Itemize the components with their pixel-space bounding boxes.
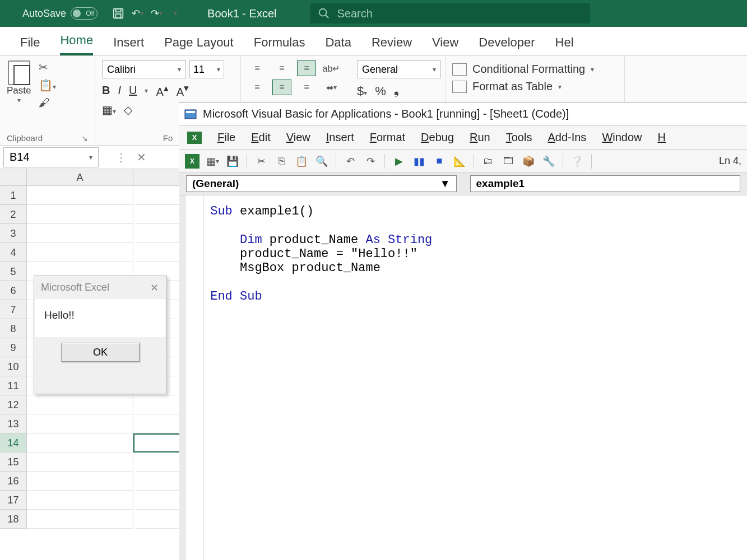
align-left-icon[interactable]: ≡ xyxy=(248,80,267,95)
project-explorer-icon[interactable]: 🗂 xyxy=(481,154,495,169)
ok-button[interactable]: OK xyxy=(61,343,140,362)
design-mode-icon[interactable]: 📐 xyxy=(452,154,467,169)
cell[interactable] xyxy=(136,205,184,224)
cell[interactable] xyxy=(136,243,184,262)
vba-menu-add-ins[interactable]: Add-Ins xyxy=(548,131,586,144)
row-header[interactable]: 13 xyxy=(0,414,27,433)
tab-hel[interactable]: Hel xyxy=(555,35,574,55)
cell[interactable] xyxy=(136,395,184,414)
paste-button[interactable]: Paste ▾ xyxy=(7,60,31,109)
row-header[interactable]: 18 xyxy=(0,510,27,529)
row-header[interactable]: 16 xyxy=(0,472,27,491)
vba-menu-window[interactable]: Window xyxy=(602,131,642,144)
merge-icon[interactable]: ⬌▾ xyxy=(322,80,341,95)
cell[interactable] xyxy=(136,224,184,243)
wrap-text-icon[interactable]: ab↵ xyxy=(322,60,341,76)
number-format-select[interactable]: General▾ xyxy=(357,60,441,78)
cell[interactable] xyxy=(27,452,133,472)
excel-icon[interactable]: X xyxy=(187,132,202,144)
decrease-font-icon[interactable]: A▾ xyxy=(177,83,189,99)
format-painter-icon[interactable]: 🖌 xyxy=(39,96,56,109)
tab-file[interactable]: File xyxy=(20,35,40,55)
cell[interactable] xyxy=(136,491,184,510)
tab-formulas[interactable]: Formulas xyxy=(254,35,305,55)
vba-menu-view[interactable]: View xyxy=(286,131,310,144)
row-header[interactable]: 6 xyxy=(0,281,27,300)
cell[interactable] xyxy=(27,186,133,205)
select-all-corner[interactable] xyxy=(0,169,27,185)
view-excel-icon[interactable]: X xyxy=(185,154,199,169)
run-icon[interactable]: ▶ xyxy=(392,154,406,169)
row-header[interactable]: 5 xyxy=(0,262,27,281)
vba-menu-insert[interactable]: Insert xyxy=(326,131,354,144)
cell[interactable] xyxy=(27,491,133,510)
cell[interactable] xyxy=(27,243,133,262)
find-icon[interactable]: 🔍 xyxy=(314,154,329,169)
comma-icon[interactable]: ❟ xyxy=(394,84,399,99)
tab-home[interactable]: Home xyxy=(60,33,93,55)
tab-developer[interactable]: Developer xyxy=(479,35,535,55)
column-header[interactable]: A xyxy=(27,169,133,186)
underline-button[interactable]: U xyxy=(129,84,137,97)
font-size-select[interactable]: 11▾ xyxy=(189,60,224,78)
procedure-dropdown[interactable]: example1 xyxy=(470,175,741,192)
cell[interactable] xyxy=(27,414,133,433)
align-bottom-icon[interactable]: ≡ xyxy=(297,60,316,76)
fill-color-icon[interactable]: ◇ xyxy=(124,103,132,116)
copy-icon[interactable]: ⎘ xyxy=(274,154,289,169)
row-header[interactable]: 14 xyxy=(0,433,27,452)
cell[interactable] xyxy=(136,414,184,433)
copy-icon[interactable]: 📋▾ xyxy=(39,78,56,92)
fx-options-icon[interactable]: ⋮ xyxy=(115,151,127,164)
row-header[interactable]: 4 xyxy=(0,243,27,262)
autosave-toggle[interactable]: AutoSave Off xyxy=(22,7,98,20)
qat-customize-icon[interactable]: ▾ xyxy=(166,4,185,23)
reset-icon[interactable]: ■ xyxy=(432,154,447,169)
tab-review[interactable]: Review xyxy=(372,35,412,55)
cut-icon[interactable]: ✂ xyxy=(39,60,56,74)
row-header[interactable]: 17 xyxy=(0,491,27,510)
close-icon[interactable]: ✕ xyxy=(149,282,160,293)
autosave-switch[interactable]: Off xyxy=(71,7,98,20)
align-top-icon[interactable]: ≡ xyxy=(248,60,267,76)
object-browser-icon[interactable]: 📦 xyxy=(521,154,536,169)
cell[interactable] xyxy=(27,395,133,414)
vba-menu-h[interactable]: H xyxy=(658,131,666,144)
code-editor[interactable]: Sub example1() Dim product_Name As Strin… xyxy=(179,195,747,560)
redo-icon[interactable]: ↷ xyxy=(363,154,378,169)
help-icon[interactable]: ❔ xyxy=(570,154,584,169)
paste-icon[interactable]: 📋 xyxy=(294,154,309,169)
row-header[interactable]: 1 xyxy=(0,186,27,205)
row-header[interactable]: 12 xyxy=(0,395,27,414)
object-dropdown[interactable]: (General)▼ xyxy=(186,175,457,192)
currency-icon[interactable]: $▾ xyxy=(357,84,367,99)
name-box[interactable]: B14▾ xyxy=(3,147,99,167)
vba-menu-tools[interactable]: Tools xyxy=(506,131,532,144)
vba-menu-file[interactable]: File xyxy=(217,131,235,144)
properties-icon[interactable]: 🗔 xyxy=(501,154,516,169)
row-header[interactable]: 10 xyxy=(0,357,27,376)
percent-icon[interactable]: % xyxy=(375,84,386,99)
row-header[interactable]: 8 xyxy=(0,319,27,338)
vba-menu-debug[interactable]: Debug xyxy=(421,131,454,144)
undo-icon[interactable]: ↶ xyxy=(343,154,358,169)
align-middle-icon[interactable]: ≡ xyxy=(272,60,291,76)
bold-button[interactable]: B xyxy=(102,84,110,97)
break-icon[interactable]: ▮▮ xyxy=(412,154,426,169)
italic-button[interactable]: I xyxy=(118,84,121,97)
cell[interactable] xyxy=(136,472,184,491)
cell[interactable] xyxy=(27,510,133,529)
vba-title-bar[interactable]: Microsoft Visual Basic for Applications … xyxy=(179,102,747,126)
vba-menu-format[interactable]: Format xyxy=(370,131,405,144)
row-header[interactable]: 3 xyxy=(0,224,27,243)
borders-icon[interactable]: ▦▾ xyxy=(102,103,116,116)
row-header[interactable]: 2 xyxy=(0,205,27,224)
search-input[interactable]: Search xyxy=(310,3,590,24)
align-center-icon[interactable]: ≡ xyxy=(272,80,291,95)
clipboard-launcher-icon[interactable]: ↘ xyxy=(81,134,88,143)
row-header[interactable]: 11 xyxy=(0,376,27,395)
cell[interactable] xyxy=(136,186,184,205)
tab-view[interactable]: View xyxy=(432,35,458,55)
save-icon[interactable]: 💾 xyxy=(225,154,240,169)
conditional-formatting-button[interactable]: Conditional Formatting▾ xyxy=(452,60,618,78)
